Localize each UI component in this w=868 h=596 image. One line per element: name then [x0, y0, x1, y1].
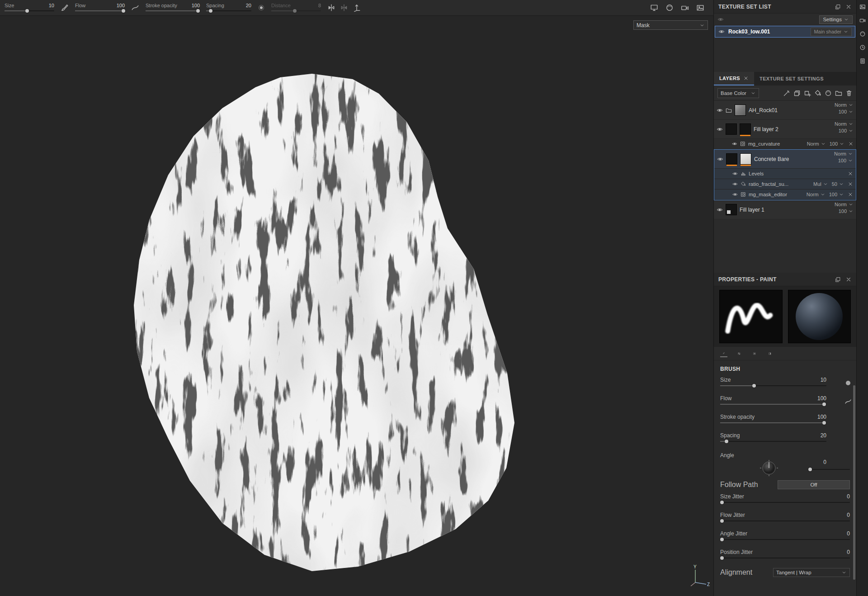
flow-curve-icon[interactable] [844, 398, 852, 405]
spacing-slider-knob[interactable] [725, 440, 728, 443]
flow-slider-knob[interactable] [122, 9, 125, 13]
brush-tip-icon[interactable] [844, 379, 852, 387]
follow-path-toggle[interactable]: Off [778, 480, 850, 489]
properties-scrollbar[interactable] [853, 385, 855, 580]
blend-mode-dropdown[interactable]: Norm [807, 141, 826, 147]
screenshot-panel-icon[interactable] [859, 4, 866, 10]
effect-row-ratio-fractal[interactable]: ratio_fractal_su... Mul 50 [714, 179, 856, 189]
add-fill-layer-icon[interactable] [793, 90, 801, 97]
layer-row-concrete-bare[interactable]: Concrete Bare Norm 100 [714, 150, 856, 169]
display-settings-icon[interactable] [650, 4, 658, 12]
3d-viewport[interactable]: Mask Y Z [0, 16, 713, 596]
mirror-icon[interactable] [340, 4, 348, 12]
close-panel-icon[interactable] [845, 276, 852, 283]
remove-effect-icon[interactable] [848, 192, 853, 197]
add-layer-icon[interactable] [804, 90, 811, 97]
remove-effect-icon[interactable] [848, 141, 854, 147]
layer-thumbnail[interactable] [726, 123, 737, 135]
angle-jitter-slider[interactable] [720, 537, 850, 542]
eye-icon[interactable] [732, 141, 737, 147]
history-panel-icon[interactable] [859, 44, 866, 51]
close-panel-icon[interactable] [845, 4, 852, 10]
detach-panel-icon[interactable] [835, 276, 841, 283]
material-thumbnail[interactable] [740, 153, 751, 165]
blend-mode-dropdown[interactable]: Norm [835, 121, 854, 127]
spacing-slider[interactable] [206, 9, 251, 13]
eye-icon[interactable] [717, 107, 723, 114]
remove-effect-icon[interactable] [848, 181, 853, 187]
stroke-opacity-slider[interactable] [146, 9, 200, 13]
size-jitter-slider-knob[interactable] [720, 501, 724, 504]
spacing-slider[interactable] [720, 439, 826, 444]
add-folder-icon[interactable] [835, 90, 842, 97]
flow-jitter-slider-knob[interactable] [720, 519, 724, 523]
add-effect-icon[interactable] [783, 90, 790, 97]
add-mask-icon[interactable] [814, 90, 821, 97]
eye-icon[interactable] [718, 28, 725, 35]
delete-layer-icon[interactable] [845, 90, 853, 97]
opacity-dropdown[interactable]: 100 [839, 128, 854, 133]
log-panel-icon[interactable] [859, 58, 866, 64]
angle-slider-knob[interactable] [808, 468, 812, 471]
angle-jitter-slider-knob[interactable] [720, 538, 724, 541]
distance-slider[interactable] [271, 9, 321, 13]
material-ball-icon[interactable] [665, 4, 674, 12]
angle-slider[interactable] [808, 467, 850, 472]
brush-icon[interactable] [61, 4, 69, 12]
flow-slider[interactable] [75, 9, 125, 13]
layer-row-group[interactable]: AH_Rock01 Norm 100 [714, 101, 856, 120]
opacity-dropdown[interactable]: 50 [832, 181, 844, 187]
opacity-dropdown[interactable]: 100 [829, 192, 844, 197]
layer-thumbnail[interactable] [735, 104, 746, 116]
channel-selector-dropdown[interactable]: Base Color [717, 88, 759, 98]
position-jitter-slider[interactable] [720, 556, 850, 560]
spacing-dot-icon[interactable] [258, 4, 265, 11]
layer-thumbnail[interactable] [726, 204, 737, 215]
remove-effect-icon[interactable] [848, 171, 853, 176]
layer-thumbnail[interactable] [726, 153, 737, 165]
material-tab-icon[interactable] [766, 350, 774, 357]
viewport-mode-dropdown[interactable]: Mask [633, 20, 708, 30]
mask-thumbnail[interactable] [740, 123, 751, 135]
shader-settings-panel-icon[interactable] [859, 31, 866, 37]
screenshot-icon[interactable] [696, 4, 704, 12]
blend-mode-dropdown[interactable]: Mul [813, 181, 828, 187]
size-jitter-slider[interactable] [720, 500, 850, 505]
size-slider[interactable] [5, 9, 54, 13]
size-slider-knob[interactable] [752, 384, 756, 388]
eye-icon[interactable] [732, 171, 738, 176]
eye-icon[interactable] [717, 16, 724, 23]
brush-stroke-preview[interactable] [719, 290, 783, 343]
main-shader-dropdown[interactable]: Main shader [811, 28, 852, 36]
opacity-dropdown[interactable]: 100 [830, 141, 844, 147]
opacity-dropdown[interactable]: 100 [839, 109, 854, 114]
stroke-icon[interactable] [131, 4, 139, 12]
tab-texture-set-settings[interactable]: TEXTURE SET SETTINGS [754, 72, 829, 85]
material-preview[interactable] [788, 290, 851, 343]
add-smart-material-icon[interactable] [825, 90, 832, 97]
stroke-opacity-slider-knob[interactable] [196, 9, 200, 13]
texture-set-settings-dropdown[interactable]: Settings [819, 15, 853, 24]
rock-model[interactable] [0, 16, 713, 596]
effect-row-levels[interactable]: Levels [714, 169, 856, 179]
effect-row-mg-mask-editor[interactable]: mg_mask_editor Norm 100 [714, 189, 856, 200]
blend-mode-dropdown[interactable]: Norm [835, 202, 854, 207]
blend-mode-dropdown[interactable]: Norm [807, 192, 826, 197]
projection-axes-icon[interactable] [353, 4, 361, 12]
detach-panel-icon[interactable] [835, 4, 841, 10]
tab-layers[interactable]: LAYERS [714, 72, 754, 85]
spacing-slider-knob[interactable] [209, 9, 212, 13]
symmetry-icon[interactable] [327, 4, 335, 12]
layer-row-fill1[interactable]: Fill layer 1 Norm 100 [714, 200, 856, 219]
eye-icon[interactable] [732, 181, 738, 187]
stencil-tab-icon[interactable] [751, 350, 758, 357]
eye-icon[interactable] [732, 192, 738, 197]
layer-row-fill2[interactable]: Fill layer 2 Norm 100 [714, 120, 856, 139]
eye-icon[interactable] [717, 126, 723, 132]
position-jitter-slider-knob[interactable] [720, 556, 724, 560]
eye-icon[interactable] [717, 207, 723, 213]
brush-tab-icon[interactable] [720, 350, 727, 357]
alpha-tab-icon[interactable] [736, 350, 743, 357]
flow-slider-knob[interactable] [822, 402, 826, 406]
opacity-dropdown[interactable]: 100 [838, 158, 853, 163]
